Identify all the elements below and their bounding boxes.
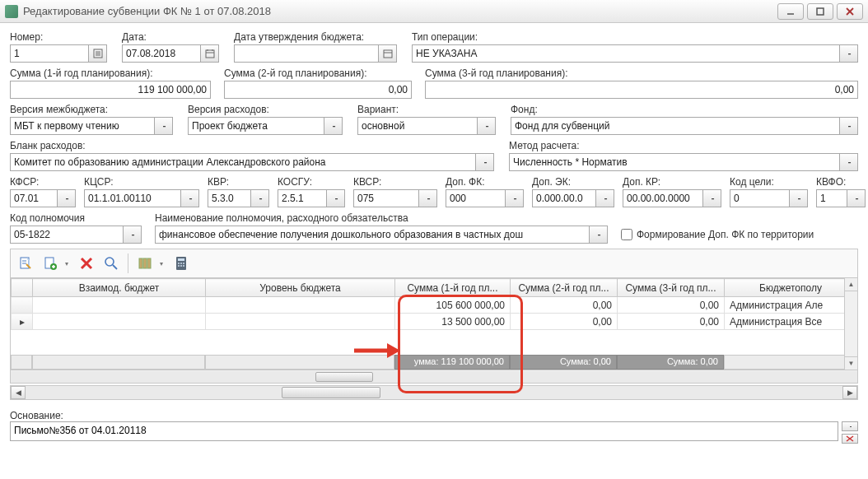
cell-budget-level[interactable] — [206, 314, 395, 330]
search-button[interactable] — [101, 253, 121, 273]
cell-budget-level[interactable] — [206, 297, 395, 314]
authcode-input[interactable] — [10, 226, 124, 244]
kcsr-input[interactable] — [84, 189, 181, 207]
authcode-picker-button[interactable]: ··· — [124, 226, 142, 244]
scroll-left-button[interactable]: ◀ — [11, 386, 26, 399]
cell-sum-y2[interactable]: 0,00 — [511, 314, 618, 330]
grid-horizontal-scrollbar-inner[interactable] — [11, 370, 857, 383]
interbudget-ver-input[interactable] — [10, 117, 155, 135]
expense-blank-input[interactable] — [10, 153, 476, 171]
dopek-picker-button[interactable]: ··· — [596, 189, 614, 207]
new-button[interactable] — [40, 253, 60, 273]
basis-textarea[interactable] — [10, 421, 838, 441]
op-type-picker-button[interactable]: ··· — [840, 44, 858, 63]
date-calendar-button[interactable] — [201, 44, 219, 63]
dopek-input[interactable] — [532, 189, 596, 207]
cell-sum-y2[interactable]: 0,00 — [511, 297, 618, 314]
row-selector[interactable]: ▸ — [12, 314, 33, 330]
label-date: Дата: — [122, 31, 221, 43]
scroll-down-button[interactable]: ▼ — [845, 356, 857, 370]
variant-picker-button[interactable]: ··· — [478, 117, 496, 135]
goalcode-input[interactable] — [730, 189, 790, 207]
grid-header-interbudget[interactable]: Взаимод. бюджет — [33, 279, 206, 297]
scroll-thumb[interactable] — [315, 372, 373, 382]
authname-picker-button[interactable]: ··· — [590, 226, 608, 244]
calculator-button[interactable] — [171, 253, 191, 273]
kfsr-input[interactable] — [10, 189, 58, 207]
basis-clear-button[interactable] — [842, 434, 858, 444]
close-button[interactable] — [837, 3, 863, 20]
cell-recipient[interactable]: Администрация Все — [725, 314, 857, 330]
dopfk-picker-button[interactable]: ··· — [506, 189, 524, 207]
label-form-dopfk: Формирование Доп. ФК по территории — [637, 229, 814, 240]
form-dopfk-checkbox[interactable] — [621, 229, 632, 240]
cell-sum-y3[interactable]: 0,00 — [618, 297, 725, 314]
cell-interbudget[interactable] — [33, 314, 206, 330]
kvr-picker-button[interactable]: ··· — [251, 189, 269, 207]
grid-header-sum-y3[interactable]: Сумма (3-й год пл... — [618, 279, 725, 297]
columns-dropdown[interactable]: ▾ — [160, 260, 166, 267]
table-row[interactable]: 105 600 000,00 0,00 0,00 Администрация А… — [12, 297, 857, 314]
kvr-input[interactable] — [208, 189, 251, 207]
kvsr-input[interactable] — [353, 189, 419, 207]
grid-header-recipient[interactable]: Бюджетополу — [725, 279, 857, 297]
delete-button[interactable] — [77, 253, 96, 273]
svg-point-30 — [178, 263, 180, 264]
grid-header-sum-y1[interactable]: Сумма (1-й год пл... — [395, 279, 511, 297]
cell-sum-y3[interactable]: 0,00 — [618, 314, 725, 330]
minimize-button[interactable] — [777, 3, 804, 20]
scroll-up-button[interactable]: ▲ — [845, 278, 857, 291]
dopfk-input[interactable] — [446, 189, 506, 207]
form-dopfk-checkbox-wrap[interactable]: Формирование Доп. ФК по территории — [621, 226, 858, 244]
number-picker-button[interactable] — [89, 44, 107, 63]
row-selector[interactable] — [12, 297, 33, 314]
kfsr-picker-button[interactable]: ··· — [58, 189, 76, 207]
kosgu-picker-button[interactable]: ··· — [327, 189, 345, 207]
authname-input[interactable] — [155, 226, 590, 244]
edit-button[interactable] — [16, 253, 35, 273]
columns-button[interactable] — [135, 253, 155, 273]
kvfo-picker-button[interactable]: ··· — [847, 189, 866, 207]
grid-horizontal-scrollbar[interactable]: ◀ ▶ — [10, 385, 858, 400]
kosgu-input[interactable] — [278, 189, 327, 207]
interbudget-ver-picker-button[interactable]: ··· — [155, 117, 173, 135]
cell-sum-y1[interactable]: 13 500 000,00 — [395, 314, 511, 330]
kcsr-picker-button[interactable]: ··· — [181, 189, 199, 207]
table-row[interactable]: ▸ 13 500 000,00 0,00 0,00 Администрация … — [12, 314, 857, 330]
dopkr-input[interactable] — [623, 189, 703, 207]
expense-ver-picker-button[interactable]: ··· — [324, 117, 343, 135]
kvsr-picker-button[interactable]: ··· — [419, 189, 437, 207]
fund-input[interactable] — [511, 117, 840, 135]
budget-approve-date-calendar-button[interactable] — [379, 44, 397, 63]
op-type-input[interactable] — [412, 44, 840, 63]
grid-header-sum-y2[interactable]: Сумма (2-й год пл... — [511, 279, 618, 297]
grid-header-rowselector[interactable] — [12, 279, 33, 297]
expense-ver-input[interactable] — [188, 117, 324, 135]
variant-input[interactable] — [357, 117, 478, 135]
maximize-button[interactable] — [807, 3, 833, 20]
grid-header-budget-level[interactable]: Уровень бюджета — [206, 279, 395, 297]
fund-picker-button[interactable]: ··· — [840, 117, 858, 135]
dopkr-picker-button[interactable]: ··· — [703, 189, 721, 207]
cell-sum-y1[interactable]: 105 600 000,00 — [395, 297, 511, 314]
basis-picker-button[interactable]: ··· — [842, 421, 858, 431]
cell-interbudget[interactable] — [33, 297, 206, 314]
sum3-input[interactable] — [425, 81, 858, 99]
grid-vertical-scrollbar[interactable]: ▲ ▼ — [844, 278, 857, 370]
scroll-thumb-outer[interactable] — [282, 387, 380, 398]
number-input[interactable] — [10, 44, 89, 63]
cell-recipient[interactable]: Администрация Але — [725, 297, 857, 314]
budget-approve-date-input[interactable] — [234, 44, 379, 63]
date-input[interactable] — [122, 44, 201, 63]
sum2-input[interactable] — [224, 81, 412, 99]
calc-method-input[interactable] — [509, 153, 840, 171]
new-dropdown[interactable]: ▾ — [65, 260, 72, 267]
sum1-input[interactable] — [10, 81, 211, 99]
kvfo-input[interactable] — [816, 189, 847, 207]
data-grid[interactable]: Взаимод. бюджет Уровень бюджета Сумма (1… — [11, 278, 857, 330]
calc-method-picker-button[interactable]: ··· — [840, 153, 858, 171]
expense-blank-picker-button[interactable]: ··· — [476, 153, 494, 171]
label-authname: Наименование полномочия, расходного обяз… — [155, 212, 608, 224]
scroll-right-button[interactable]: ▶ — [842, 386, 857, 399]
goalcode-picker-button[interactable]: ··· — [790, 189, 808, 207]
